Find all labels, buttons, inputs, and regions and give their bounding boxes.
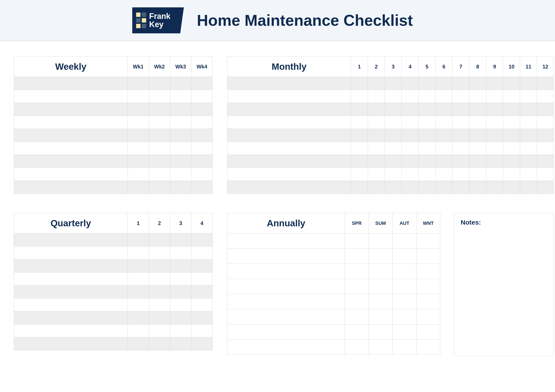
quarterly-check-cell[interactable] (149, 246, 170, 259)
monthly-check-cell[interactable] (537, 155, 554, 168)
monthly-check-cell[interactable] (368, 181, 385, 194)
weekly-task-cell[interactable] (14, 181, 128, 194)
monthly-check-cell[interactable] (385, 77, 402, 90)
quarterly-check-cell[interactable] (128, 272, 149, 285)
annually-check-cell[interactable] (345, 279, 369, 294)
annually-check-cell[interactable] (416, 309, 440, 324)
quarterly-check-cell[interactable] (128, 259, 149, 272)
monthly-check-cell[interactable] (520, 142, 537, 155)
monthly-check-cell[interactable] (537, 90, 554, 103)
annually-task-cell[interactable] (227, 234, 345, 249)
monthly-check-cell[interactable] (385, 116, 402, 129)
monthly-check-cell[interactable] (520, 103, 537, 116)
monthly-check-cell[interactable] (351, 155, 368, 168)
monthly-check-cell[interactable] (520, 168, 537, 181)
annually-check-cell[interactable] (345, 294, 369, 309)
quarterly-task-cell[interactable] (14, 299, 128, 311)
monthly-check-cell[interactable] (486, 77, 503, 90)
weekly-task-cell[interactable] (14, 116, 128, 129)
quarterly-check-cell[interactable] (170, 259, 191, 272)
monthly-check-cell[interactable] (368, 155, 385, 168)
quarterly-task-cell[interactable] (14, 337, 128, 350)
monthly-check-cell[interactable] (469, 103, 486, 116)
monthly-task-cell[interactable] (227, 129, 351, 142)
weekly-check-cell[interactable] (149, 90, 170, 103)
weekly-check-cell[interactable] (170, 129, 191, 142)
annually-check-cell[interactable] (416, 340, 440, 355)
monthly-check-cell[interactable] (503, 155, 520, 168)
quarterly-task-cell[interactable] (14, 285, 128, 299)
monthly-check-cell[interactable] (453, 168, 469, 181)
monthly-check-cell[interactable] (503, 103, 520, 116)
quarterly-check-cell[interactable] (149, 324, 170, 337)
monthly-check-cell[interactable] (486, 90, 503, 103)
quarterly-check-cell[interactable] (128, 299, 149, 311)
weekly-check-cell[interactable] (149, 142, 170, 155)
weekly-task-cell[interactable] (14, 103, 128, 116)
weekly-check-cell[interactable] (191, 181, 213, 194)
annually-check-cell[interactable] (369, 309, 393, 324)
monthly-task-cell[interactable] (227, 90, 351, 103)
monthly-check-cell[interactable] (503, 181, 520, 194)
monthly-check-cell[interactable] (436, 77, 453, 90)
weekly-check-cell[interactable] (149, 129, 170, 142)
weekly-check-cell[interactable] (191, 155, 213, 168)
monthly-check-cell[interactable] (402, 103, 419, 116)
quarterly-check-cell[interactable] (191, 259, 213, 272)
annually-check-cell[interactable] (345, 249, 369, 264)
weekly-check-cell[interactable] (128, 116, 149, 129)
quarterly-check-cell[interactable] (191, 324, 213, 337)
monthly-check-cell[interactable] (486, 129, 503, 142)
monthly-check-cell[interactable] (469, 142, 486, 155)
monthly-check-cell[interactable] (419, 168, 436, 181)
weekly-check-cell[interactable] (149, 181, 170, 194)
monthly-check-cell[interactable] (503, 90, 520, 103)
monthly-check-cell[interactable] (351, 90, 368, 103)
quarterly-task-cell[interactable] (14, 324, 128, 337)
monthly-check-cell[interactable] (419, 142, 436, 155)
weekly-task-cell[interactable] (14, 155, 128, 168)
weekly-check-cell[interactable] (128, 181, 149, 194)
quarterly-task-cell[interactable] (14, 234, 128, 246)
monthly-check-cell[interactable] (520, 77, 537, 90)
annually-task-cell[interactable] (227, 294, 345, 309)
monthly-check-cell[interactable] (402, 116, 419, 129)
weekly-check-cell[interactable] (191, 129, 213, 142)
weekly-check-cell[interactable] (128, 142, 149, 155)
quarterly-check-cell[interactable] (170, 299, 191, 311)
monthly-check-cell[interactable] (419, 181, 436, 194)
monthly-check-cell[interactable] (368, 103, 385, 116)
annually-check-cell[interactable] (369, 294, 393, 309)
annually-check-cell[interactable] (416, 294, 440, 309)
monthly-check-cell[interactable] (351, 168, 368, 181)
monthly-check-cell[interactable] (453, 90, 469, 103)
annually-check-cell[interactable] (393, 279, 416, 294)
annually-check-cell[interactable] (345, 264, 369, 279)
quarterly-task-cell[interactable] (14, 259, 128, 272)
quarterly-check-cell[interactable] (149, 234, 170, 246)
monthly-check-cell[interactable] (385, 129, 402, 142)
quarterly-check-cell[interactable] (128, 311, 149, 324)
monthly-check-cell[interactable] (385, 155, 402, 168)
annually-check-cell[interactable] (369, 249, 393, 264)
monthly-check-cell[interactable] (351, 181, 368, 194)
monthly-check-cell[interactable] (402, 168, 419, 181)
quarterly-check-cell[interactable] (149, 311, 170, 324)
monthly-check-cell[interactable] (453, 129, 469, 142)
monthly-check-cell[interactable] (503, 77, 520, 90)
monthly-check-cell[interactable] (537, 142, 554, 155)
monthly-check-cell[interactable] (503, 116, 520, 129)
monthly-check-cell[interactable] (486, 168, 503, 181)
quarterly-check-cell[interactable] (170, 285, 191, 299)
quarterly-check-cell[interactable] (170, 234, 191, 246)
monthly-task-cell[interactable] (227, 181, 351, 194)
monthly-check-cell[interactable] (503, 142, 520, 155)
weekly-check-cell[interactable] (170, 155, 191, 168)
monthly-check-cell[interactable] (436, 168, 453, 181)
monthly-check-cell[interactable] (351, 142, 368, 155)
quarterly-check-cell[interactable] (128, 285, 149, 299)
weekly-check-cell[interactable] (128, 129, 149, 142)
monthly-check-cell[interactable] (385, 142, 402, 155)
weekly-check-cell[interactable] (128, 155, 149, 168)
quarterly-task-cell[interactable] (14, 272, 128, 285)
